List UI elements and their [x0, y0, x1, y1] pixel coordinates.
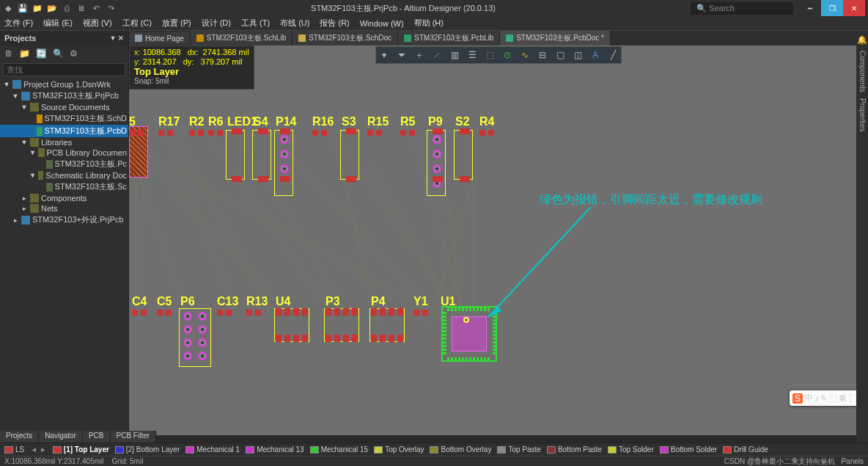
menu-item[interactable]: 报告 (R): [320, 18, 349, 29]
tool-align-icon[interactable]: ▥: [448, 48, 461, 62]
tool-line-icon[interactable]: ∿: [518, 48, 532, 62]
document-tabs: Home PageSTM32F103主板.SchLibSTM32F103主板.S…: [129, 31, 868, 45]
project-search[interactable]: [3, 63, 125, 76]
tool-t2-icon[interactable]: ◫: [571, 48, 584, 62]
bottom-tab[interactable]: PCB: [83, 431, 111, 443]
tree-node[interactable]: ▸STM32F103+外设.PrjPcb: [0, 214, 128, 226]
bell-icon[interactable]: 🔔: [857, 35, 867, 45]
designator: R17: [158, 115, 180, 128]
panels-button[interactable]: Panels: [841, 457, 864, 465]
tree-node[interactable]: ▼STM32F103主板.PrjPcb: [0, 90, 128, 102]
layer-tab[interactable]: Mechanical 1: [185, 445, 240, 454]
layer-tab[interactable]: Mechanical 13: [246, 445, 304, 454]
layer-tab[interactable]: Bottom Solder: [660, 445, 717, 454]
designator: R5: [400, 115, 415, 128]
document-tab[interactable]: STM32F103主板.PcbDoc *: [500, 31, 611, 45]
components-panel-tab[interactable]: Components: [858, 51, 867, 92]
tb-icon[interactable]: 🔄: [36, 48, 47, 59]
pcb-canvas[interactable]: x: 10086.368 dx: 2741.368 mil y: 2314.20…: [129, 45, 868, 435]
ime-toolbar[interactable]: S 中♪✎⬚🛠⛶: [790, 390, 861, 406]
tree-node[interactable]: STM32F103主板.SchD: [0, 112, 128, 125]
tool-drc-icon[interactable]: ☰: [466, 48, 479, 62]
tree-node[interactable]: ▼Source Documents: [0, 102, 128, 112]
menu-item[interactable]: 放置 (P): [162, 18, 191, 29]
tree-node[interactable]: ▼Schematic Library Doc: [0, 170, 128, 181]
tree-node[interactable]: ▸Components: [0, 193, 128, 203]
layer-tab[interactable]: Drill Guide: [723, 445, 768, 454]
designator: Y1: [413, 295, 428, 308]
bottom-tab[interactable]: PCB Filter: [111, 431, 157, 443]
undo-icon[interactable]: ↶: [91, 3, 101, 13]
redo-icon[interactable]: ↷: [106, 3, 116, 13]
layer-tab[interactable]: Top Overlay: [374, 445, 424, 454]
tool-dim-icon[interactable]: ⊟: [536, 48, 549, 62]
tree-node[interactable]: STM32F103主板.PcbD: [0, 125, 128, 137]
menu-item[interactable]: 布线 (U): [280, 18, 309, 29]
bottom-tab[interactable]: Projects: [0, 431, 39, 443]
close-button[interactable]: ✕: [843, 0, 865, 16]
designator: P9: [428, 115, 443, 128]
layer-bar: LS◄ ►[1] Top Layer[2] Bottom LayerMechan…: [0, 443, 868, 456]
tool-poly-icon[interactable]: ⬚: [483, 48, 496, 62]
menu-item[interactable]: 设计 (D): [202, 18, 231, 29]
properties-panel-tab[interactable]: Properties: [858, 98, 867, 132]
tool-edge-icon[interactable]: ╱: [606, 48, 619, 62]
svg-line-18: [488, 207, 591, 317]
designator: R15: [367, 115, 389, 128]
menu-item[interactable]: 工程 (C): [122, 18, 152, 29]
designator: S3: [342, 115, 356, 128]
document-tab[interactable]: STM32F103主板.PcbLib: [398, 31, 500, 45]
cursor-info: x: 10086.368 dx: 2741.368 mil y: 2314.20…: [129, 45, 254, 90]
error-annotation: 绿色为报错，引脚间距太近，需要修改规则: [540, 192, 762, 208]
designator: P6: [180, 295, 195, 308]
tool-plus-icon[interactable]: ＋: [413, 48, 426, 62]
layer-tab[interactable]: Bottom Paste: [547, 445, 602, 454]
print-icon[interactable]: ⎙: [62, 3, 72, 13]
layer-tab[interactable]: Top Paste: [497, 445, 540, 454]
tree-node[interactable]: STM32F103主板.Pc: [0, 158, 128, 170]
menu-item[interactable]: 帮助 (H): [414, 18, 444, 29]
tb-icon[interactable]: 📁: [19, 48, 30, 59]
tool-t1-icon[interactable]: ▢: [553, 48, 567, 62]
folder-icon[interactable]: 📁: [32, 3, 43, 13]
designator: R13: [246, 295, 268, 308]
bottom-tab[interactable]: Navigator: [39, 431, 83, 443]
minimize-button[interactable]: ━: [799, 0, 821, 16]
layer-tab[interactable]: Mechanical 15: [310, 445, 368, 454]
document-tab[interactable]: STM32F103主板.SchLib: [191, 31, 293, 45]
menu-item[interactable]: 工具 (T): [241, 18, 270, 29]
tb-icon[interactable]: 🔍: [53, 48, 64, 59]
tool-select-icon[interactable]: ▾: [378, 48, 391, 62]
panel-menu-icon[interactable]: ▼ ✕: [110, 34, 124, 42]
tool-filter-icon[interactable]: ⏷: [395, 48, 408, 62]
document-tab[interactable]: STM32F103主板.SchDoc: [293, 31, 398, 45]
tree-node[interactable]: STM32F103主板.Sc: [0, 181, 128, 193]
layer-tab[interactable]: [1] Top Layer: [53, 445, 109, 454]
layer-tab[interactable]: Bottom Overlay: [430, 445, 491, 454]
layer-tab[interactable]: [2] Bottom Layer: [115, 445, 180, 454]
project-tree[interactable]: ▼Project Group 1.DsnWrk▼STM32F103主板.PrjP…: [0, 78, 128, 435]
tree-node[interactable]: ▼Libraries: [0, 137, 128, 148]
layer-tab[interactable]: Top Solder: [608, 445, 654, 454]
panel-header: Projects ▼ ✕: [0, 31, 128, 45]
preview-icon[interactable]: 🗎: [76, 3, 87, 13]
designator: P4: [371, 295, 386, 308]
search-box[interactable]: 🔍 Search: [691, 2, 793, 15]
menu-item[interactable]: 文件 (F): [4, 18, 33, 29]
tb-icon[interactable]: ⚙: [70, 48, 78, 59]
tree-node[interactable]: ▸Nets: [0, 203, 128, 214]
tree-node[interactable]: ▼Project Group 1.DsnWrk: [0, 79, 128, 90]
menu-item[interactable]: 编辑 (E): [43, 18, 73, 29]
maximize-button[interactable]: ❐: [821, 0, 843, 16]
tb-icon[interactable]: 🗎: [4, 48, 13, 59]
menu-item[interactable]: Window (W): [360, 19, 404, 28]
tool-via-icon[interactable]: ⊙: [501, 48, 514, 62]
open-icon[interactable]: 📂: [47, 3, 57, 13]
tool-text-icon[interactable]: A: [589, 48, 602, 62]
save-icon[interactable]: 💾: [18, 3, 28, 13]
designator: U4: [276, 295, 290, 308]
menu-item[interactable]: 视图 (V): [83, 18, 112, 29]
tool-route-icon[interactable]: ⟋: [430, 48, 444, 62]
tree-node[interactable]: ▼PCB Library Documen: [0, 148, 128, 158]
document-tab[interactable]: Home Page: [129, 32, 191, 45]
